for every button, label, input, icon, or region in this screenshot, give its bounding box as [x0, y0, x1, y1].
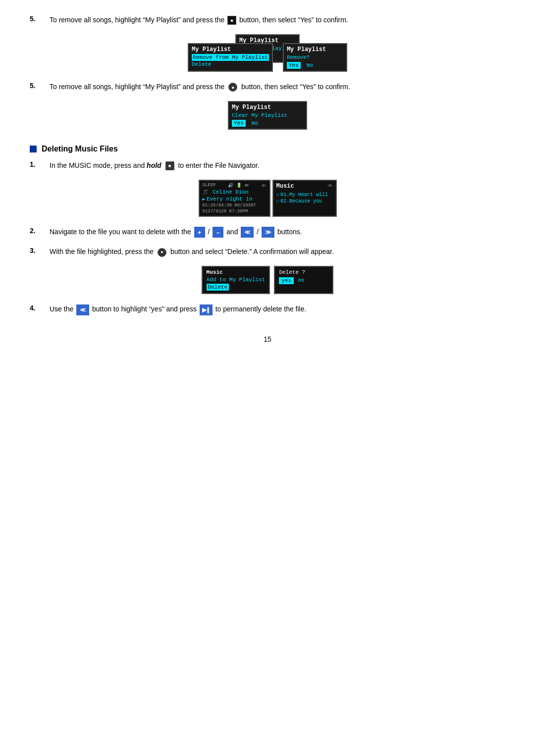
- step-2: 2. Navigate to the file you want to dele…: [30, 227, 505, 238]
- step-num-1: 1.: [30, 160, 50, 168]
- delete-options: yes no: [279, 277, 328, 284]
- step4-before: Use the: [50, 305, 73, 313]
- clear-item: Clear My Playlist: [232, 112, 303, 119]
- select-btn-icon: ●: [158, 248, 166, 257]
- delete-no: no: [298, 277, 304, 284]
- step-4-text: Use the ≪ button to highlight “yes” and …: [50, 304, 505, 315]
- clear-yes-btn: Yes: [232, 120, 246, 127]
- add-playlist-item: Add to My Playlist: [207, 277, 266, 283]
- step-num-4: 4.: [30, 304, 50, 312]
- music-player-screen: SLEEP 🔊 🔋 ≪ ◁▷ 🎵 Celine Dion Every night…: [199, 180, 270, 217]
- step5-text-after: button, then select “Yes” to confirm.: [239, 16, 348, 24]
- section-title-delete: Deleting Music Files: [42, 145, 118, 153]
- step5-text-before: To remove all songs, highlight “My Playl…: [50, 16, 224, 24]
- delete-question: Delete ?: [279, 269, 328, 275]
- music-file-screen: Music ◁▷ ☐ 01.My Heart will ☐ 02.Because…: [272, 180, 337, 217]
- step3-before: With the file highlighted, press the: [50, 248, 154, 255]
- step-5: 5. To remove all songs, highlight “My Pl…: [30, 15, 505, 25]
- step4-after: to permanently delete the file.: [215, 305, 307, 313]
- step-number-5: 5.: [30, 15, 50, 23]
- clear-no-btn: No: [250, 120, 260, 127]
- artist-name: Celine Dion: [213, 189, 249, 195]
- rewind-button: ≪: [76, 304, 89, 315]
- playlist-yes: Yes: [287, 62, 301, 69]
- hold-button-icon: ■: [165, 161, 174, 170]
- step1-after: to enter the File Navigator.: [178, 161, 259, 169]
- step-3-text: With the file highlighted, press the ● b…: [50, 247, 505, 257]
- step1-italic: hold: [147, 161, 161, 169]
- step-3: 3. With the file highlighted, press the …: [30, 247, 505, 257]
- step-5-num: 5.: [30, 82, 50, 90]
- delete-screens: Music Add to My Playlist Delete Delete ?…: [30, 266, 505, 294]
- step5-after: button, then select “Yes” to confirm.: [241, 83, 350, 91]
- step-num-3: 3.: [30, 247, 50, 254]
- ccc-icon: ◁▷: [261, 183, 267, 188]
- file-name-1: 01.My Heart will: [280, 192, 328, 198]
- step5-before: To remove all songs, highlight “My Playl…: [50, 83, 224, 91]
- play-pause-button: ▶‖: [200, 304, 213, 315]
- music-right-title: Music: [276, 183, 294, 190]
- step1-before: In the MUSIC mode, press and: [50, 161, 145, 169]
- file-name-2: 02.Because you: [280, 199, 322, 204]
- step-1-text: In the MUSIC mode, press and hold ■ to e…: [50, 160, 505, 171]
- step-num-2: 2.: [30, 227, 50, 235]
- delete-music-screen: Music Add to My Playlist Delete: [202, 266, 270, 294]
- clear-screen-title: My Playlist: [232, 104, 303, 111]
- select-button: ●: [228, 83, 237, 92]
- step3-after: button and select “Delete.” A confirmati…: [170, 248, 334, 255]
- music-icons: 🔊 🔋 ≪: [228, 183, 249, 188]
- step4-middle: button to highlight “yes” and press: [92, 305, 197, 313]
- music-right-top: Music ◁▷: [276, 183, 333, 191]
- music-artist: 🎵 Celine Dion: [203, 189, 267, 195]
- step2-buttons: buttons.: [277, 228, 302, 236]
- music-right-icons: ◁▷: [327, 183, 333, 191]
- delete-left-title: Music: [207, 269, 266, 275]
- music-file-1: ☐ 01.My Heart will: [276, 192, 333, 198]
- playlist-screen-right: My Playlist Remove? Yes No: [283, 43, 347, 72]
- delete-confirm-screen: Delete ? yes no: [274, 266, 333, 294]
- clear-my-playlist-screen: My Playlist Clear My Playlist Yes No: [228, 101, 307, 130]
- section-bullet-icon: [30, 146, 37, 152]
- playlist-no: No: [305, 62, 315, 69]
- step-1: 1. In the MUSIC mode, press and hold ■ t…: [30, 160, 505, 171]
- page-number: 15: [30, 335, 505, 343]
- clear-confirm: Yes No: [232, 120, 303, 127]
- music-nav-screens: SLEEP 🔊 🔋 ≪ ◁▷ 🎵 Celine Dion Every night…: [30, 180, 505, 217]
- delete-yes: yes: [279, 277, 294, 284]
- music-time2: 0127/0128 07:30PM: [203, 209, 267, 214]
- file-icon-2: ☐: [276, 199, 279, 204]
- music-top-bar: SLEEP 🔊 🔋 ≪ ◁▷: [203, 183, 267, 188]
- sleep-label: SLEEP: [203, 183, 216, 188]
- and-text: and: [226, 228, 238, 236]
- step-2-text: Navigate to the file you want to delete …: [50, 227, 505, 238]
- music-song: Every night in: [203, 196, 267, 202]
- step-5-content: To remove all songs, highlight “My Playl…: [50, 82, 505, 92]
- step-5-text: To remove all songs, highlight “My Playl…: [50, 15, 505, 25]
- playlist-left-title: My Playlist: [192, 46, 269, 53]
- playlist-right-title: My Playlist: [287, 46, 343, 53]
- playlist-remove-item: Remove from My Playlist: [192, 54, 269, 61]
- minus-button: –: [213, 227, 223, 238]
- music-time1: 01:25/04:30 06/2038T: [203, 203, 267, 208]
- step2-text: Navigate to the file you want to delete …: [50, 228, 191, 236]
- playlist-remove-text: Remove?: [287, 54, 343, 61]
- section-heading-delete: Deleting Music Files: [30, 145, 505, 153]
- playlist-confirm: Yes No: [287, 62, 343, 69]
- playlist-screen-left: My Playlist Remove from My Playlist Dele…: [188, 43, 273, 72]
- playlist-delete-item: Delete: [192, 61, 269, 68]
- next-button: ≫: [262, 227, 274, 238]
- prev-button: ≪: [241, 227, 254, 238]
- file-icon-1: ☐: [276, 192, 279, 198]
- circle-button-icon: ●: [227, 16, 236, 25]
- delete-item: Delete: [207, 284, 229, 291]
- step-4: 4. Use the ≪ button to highlight “yes” a…: [30, 304, 505, 315]
- plus-button: +: [194, 227, 205, 238]
- step-5-row: 5. To remove all songs, highlight “My Pl…: [30, 82, 505, 92]
- music-file-2: ☐ 02.Because you: [276, 198, 333, 204]
